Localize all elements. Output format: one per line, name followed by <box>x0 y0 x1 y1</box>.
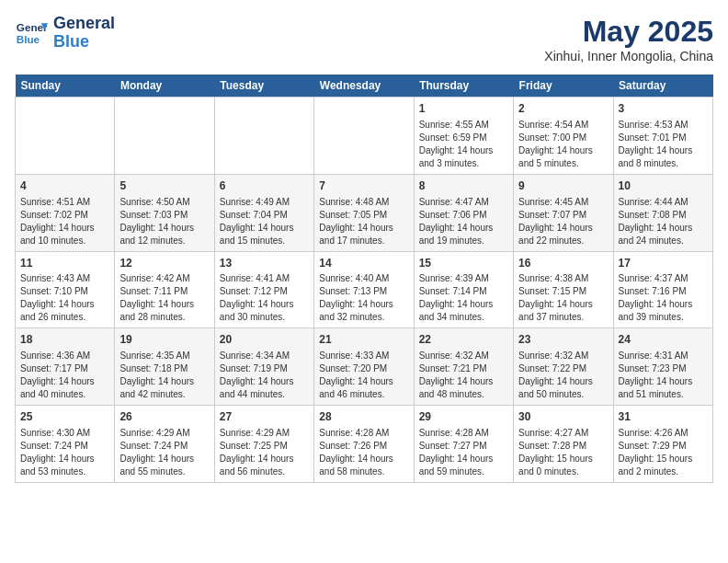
cell-info-line: Daylight: 14 hours <box>419 144 508 157</box>
calendar-cell: 21Sunrise: 4:33 AMSunset: 7:20 PMDayligh… <box>314 328 414 406</box>
week-row-5: 25Sunrise: 4:30 AMSunset: 7:24 PMDayligh… <box>16 406 713 483</box>
cell-info-line: Sunrise: 4:27 AM <box>518 427 608 440</box>
cell-info-line: Sunset: 7:08 PM <box>619 209 708 222</box>
cell-info-line: Daylight: 15 hours <box>619 453 708 465</box>
calendar-cell: 28Sunrise: 4:28 AMSunset: 7:26 PMDayligh… <box>314 406 414 483</box>
day-number: 12 <box>119 256 209 271</box>
day-number: 25 <box>20 409 109 425</box>
calendar-table: SundayMondayTuesdayWednesdayThursdayFrid… <box>15 75 713 483</box>
cell-info-line: and 24 minutes. <box>619 235 708 247</box>
cell-info-line: Sunrise: 4:48 AM <box>319 196 408 209</box>
day-number: 4 <box>20 178 109 194</box>
cell-info-line: and 51 minutes. <box>619 388 708 401</box>
cell-info-line: and 12 minutes. <box>119 235 209 247</box>
calendar-cell: 5Sunrise: 4:50 AMSunset: 7:03 PMDaylight… <box>115 174 214 251</box>
cell-info-line: Daylight: 14 hours <box>119 298 209 311</box>
week-row-4: 18Sunrise: 4:36 AMSunset: 7:17 PMDayligh… <box>16 328 713 406</box>
cell-info-line: and 22 minutes. <box>518 235 608 247</box>
day-number: 27 <box>220 409 309 425</box>
cell-info-line: Daylight: 14 hours <box>619 144 708 157</box>
day-number: 8 <box>419 178 508 194</box>
calendar-cell: 26Sunrise: 4:29 AMSunset: 7:24 PMDayligh… <box>115 406 214 483</box>
cell-info-line: and 48 minutes. <box>419 388 508 401</box>
day-number: 13 <box>220 256 309 271</box>
cell-info-line: Daylight: 14 hours <box>20 375 109 388</box>
cell-info-line: Daylight: 14 hours <box>119 222 209 235</box>
calendar-cell: 9Sunrise: 4:45 AMSunset: 7:07 PMDaylight… <box>514 174 613 251</box>
cell-info-line: and 26 minutes. <box>20 311 109 324</box>
calendar-cell: 13Sunrise: 4:41 AMSunset: 7:12 PMDayligh… <box>214 251 313 328</box>
cell-info-line: Daylight: 14 hours <box>419 222 508 235</box>
week-row-2: 4Sunrise: 4:51 AMSunset: 7:02 PMDaylight… <box>16 174 713 251</box>
calendar-cell: 16Sunrise: 4:38 AMSunset: 7:15 PMDayligh… <box>514 251 613 328</box>
cell-info-line: Sunset: 7:24 PM <box>119 440 209 453</box>
cell-info-line: Daylight: 14 hours <box>319 222 408 235</box>
day-number: 20 <box>220 332 309 348</box>
cell-info-line: Sunrise: 4:32 AM <box>419 350 508 362</box>
day-header-friday: Friday <box>514 75 613 98</box>
cell-info-line: Sunset: 7:24 PM <box>20 440 109 453</box>
cell-info-line: Sunset: 7:01 PM <box>619 132 708 144</box>
title-block: May 2025 Xinhui, Inner Mongolia, China <box>544 15 713 63</box>
logo: General Blue General Blue <box>15 15 115 52</box>
cell-info-line: Sunset: 7:22 PM <box>518 362 608 375</box>
day-number: 11 <box>20 256 109 271</box>
cell-info-line: Daylight: 14 hours <box>319 453 408 465</box>
cell-info-line: Daylight: 14 hours <box>20 298 109 311</box>
cell-info-line: Sunset: 7:15 PM <box>518 285 608 298</box>
cell-info-line: and 55 minutes. <box>119 465 209 478</box>
day-header-sunday: Sunday <box>16 75 115 98</box>
calendar-cell: 24Sunrise: 4:31 AMSunset: 7:23 PMDayligh… <box>613 328 712 406</box>
cell-info-line: and 56 minutes. <box>220 465 309 478</box>
cell-info-line: Sunset: 7:14 PM <box>419 285 508 298</box>
calendar-cell: 10Sunrise: 4:44 AMSunset: 7:08 PMDayligh… <box>613 174 712 251</box>
cell-info-line: and 39 minutes. <box>619 311 708 324</box>
cell-info-line: Daylight: 14 hours <box>518 144 608 157</box>
cell-info-line: Daylight: 14 hours <box>220 298 309 311</box>
cell-info-line: Daylight: 14 hours <box>518 375 608 388</box>
cell-info-line: Sunset: 7:28 PM <box>518 440 608 453</box>
cell-info-line: Daylight: 14 hours <box>220 222 309 235</box>
day-number: 24 <box>619 332 708 348</box>
day-number: 23 <box>518 332 608 348</box>
calendar-cell <box>115 98 214 175</box>
cell-info-line: Sunrise: 4:55 AM <box>419 119 508 132</box>
calendar-cell: 2Sunrise: 4:54 AMSunset: 7:00 PMDaylight… <box>514 98 613 175</box>
calendar-cell: 7Sunrise: 4:48 AMSunset: 7:05 PMDaylight… <box>314 174 414 251</box>
cell-info-line: Sunset: 7:19 PM <box>220 362 309 375</box>
calendar-cell: 29Sunrise: 4:28 AMSunset: 7:27 PMDayligh… <box>414 406 513 483</box>
cell-info-line: Daylight: 14 hours <box>220 453 309 465</box>
cell-info-line: and 19 minutes. <box>419 235 508 247</box>
cell-info-line: and 0 minutes. <box>518 465 608 478</box>
day-number: 5 <box>119 178 209 194</box>
logo-icon: General Blue <box>15 17 48 50</box>
cell-info-line: Daylight: 14 hours <box>419 453 508 465</box>
cell-info-line: and 8 minutes. <box>619 157 708 170</box>
cell-info-line: Sunset: 7:12 PM <box>220 285 309 298</box>
cell-info-line: Sunrise: 4:30 AM <box>20 427 109 440</box>
cell-info-line: and 37 minutes. <box>518 311 608 324</box>
subtitle: Xinhui, Inner Mongolia, China <box>544 49 713 63</box>
day-number: 21 <box>319 332 408 348</box>
cell-info-line: and 2 minutes. <box>619 465 708 478</box>
day-number: 26 <box>119 409 209 425</box>
cell-info-line: Sunset: 7:07 PM <box>518 209 608 222</box>
cell-info-line: Sunset: 6:59 PM <box>419 132 508 144</box>
cell-info-line: Daylight: 14 hours <box>20 453 109 465</box>
day-number: 14 <box>319 256 408 271</box>
cell-info-line: Sunrise: 4:38 AM <box>518 272 608 285</box>
cell-info-line: Sunrise: 4:37 AM <box>619 272 708 285</box>
cell-info-line: Sunset: 7:21 PM <box>419 362 508 375</box>
cell-info-line: and 17 minutes. <box>319 235 408 247</box>
cell-info-line: and 34 minutes. <box>419 311 508 324</box>
calendar-cell: 3Sunrise: 4:53 AMSunset: 7:01 PMDaylight… <box>613 98 712 175</box>
day-number: 9 <box>518 178 608 194</box>
calendar-cell: 22Sunrise: 4:32 AMSunset: 7:21 PMDayligh… <box>414 328 513 406</box>
calendar-cell: 30Sunrise: 4:27 AMSunset: 7:28 PMDayligh… <box>514 406 613 483</box>
days-header-row: SundayMondayTuesdayWednesdayThursdayFrid… <box>16 75 713 98</box>
calendar-cell: 17Sunrise: 4:37 AMSunset: 7:16 PMDayligh… <box>613 251 712 328</box>
cell-info-line: and 58 minutes. <box>319 465 408 478</box>
calendar-cell <box>314 98 414 175</box>
cell-info-line: Sunset: 7:10 PM <box>20 285 109 298</box>
cell-info-line: and 3 minutes. <box>419 157 508 170</box>
